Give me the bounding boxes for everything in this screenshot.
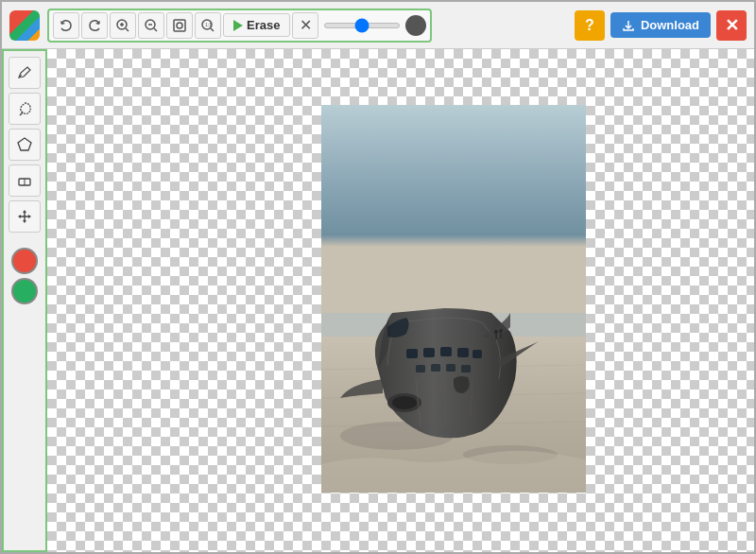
erase-label: Erase	[247, 18, 280, 32]
help-button[interactable]: ?	[575, 10, 605, 41]
svg-rect-24	[406, 349, 418, 358]
canvas-area[interactable]	[47, 49, 754, 552]
svg-line-6	[154, 28, 157, 31]
svg-rect-30	[431, 364, 440, 372]
erase-button[interactable]: Erase	[223, 13, 290, 37]
zoom-in-button[interactable]	[110, 12, 136, 39]
eraser-tool-button[interactable]	[9, 164, 41, 197]
eraser-icon	[16, 172, 33, 189]
svg-point-8	[177, 23, 182, 28]
redo-button[interactable]	[81, 12, 108, 39]
draw-tool-button[interactable]	[9, 57, 41, 89]
polygon-icon	[16, 136, 33, 153]
download-button[interactable]: Download	[610, 12, 711, 38]
svg-marker-13	[18, 138, 31, 150]
download-label: Download	[641, 18, 699, 32]
toolbar-main-group: 1:1 Erase ✕	[47, 9, 432, 43]
svg-rect-32	[461, 365, 471, 372]
svg-rect-25	[423, 348, 435, 357]
svg-rect-28	[472, 350, 482, 358]
left-sidebar	[2, 49, 47, 552]
svg-rect-29	[416, 365, 425, 372]
svg-line-10	[211, 28, 214, 31]
background-color-button[interactable]	[11, 278, 38, 304]
svg-point-38	[494, 330, 498, 334]
image-container	[321, 105, 586, 496]
svg-point-34	[392, 396, 417, 409]
svg-rect-31	[446, 364, 455, 372]
close-button[interactable]: ✕	[716, 10, 747, 41]
svg-rect-26	[440, 347, 452, 356]
move-tool-button[interactable]	[9, 200, 41, 233]
fit-button[interactable]	[166, 12, 193, 39]
help-label: ?	[585, 17, 594, 34]
top-right-actions: ? Download ✕	[575, 10, 747, 41]
svg-rect-7	[174, 20, 185, 31]
close-icon: ✕	[725, 15, 739, 36]
foreground-color-button[interactable]	[11, 248, 38, 274]
cancel-icon: ✕	[300, 16, 312, 34]
lasso-tool-button[interactable]	[9, 93, 41, 125]
undo-button[interactable]	[53, 12, 79, 39]
brush-preview	[405, 15, 426, 36]
top-toolbar: 1:1 Erase ✕ ?	[2, 2, 754, 49]
download-icon	[622, 19, 635, 32]
svg-rect-16	[321, 105, 586, 341]
app-logo	[9, 10, 40, 41]
main-area	[2, 49, 754, 552]
cancel-erase-button[interactable]: ✕	[292, 12, 318, 39]
zoom-100-button[interactable]: 1:1	[195, 12, 221, 39]
lasso-icon	[16, 100, 33, 117]
brush-size-control	[324, 15, 426, 36]
play-icon	[233, 20, 243, 31]
brush-size-slider[interactable]	[324, 23, 400, 28]
polygon-tool-button[interactable]	[9, 129, 41, 161]
svg-point-40	[499, 329, 503, 333]
svg-line-3	[126, 28, 129, 31]
app: 1:1 Erase ✕ ?	[0, 0, 756, 554]
pencil-icon	[16, 64, 33, 81]
move-icon	[16, 208, 33, 225]
svg-text:1:1: 1:1	[205, 22, 212, 27]
canvas-image	[321, 105, 586, 493]
zoom-out-button[interactable]	[138, 12, 164, 39]
svg-rect-27	[457, 348, 469, 357]
